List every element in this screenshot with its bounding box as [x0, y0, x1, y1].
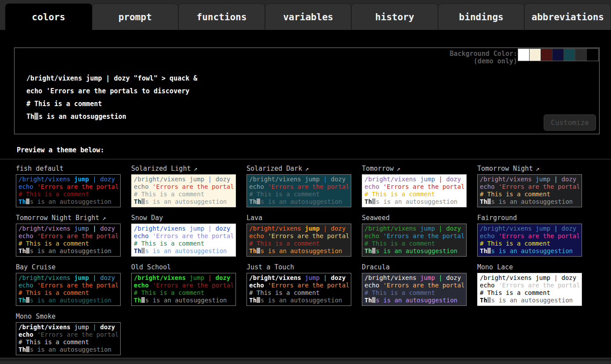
code-line: # This is a comment	[480, 191, 579, 198]
code-segment-error: 'Errors are the portals to discovery	[383, 232, 464, 239]
external-link-icon[interactable]: ↗	[535, 165, 539, 173]
bg-swatch-3[interactable]	[552, 49, 564, 61]
code-line: Ths is an autosuggestion	[18, 297, 118, 304]
bg-swatch-4[interactable]	[564, 49, 575, 61]
code-segment-jump: jump	[189, 225, 208, 232]
code-line: echo 'Errors are the portals to discover…	[364, 183, 464, 191]
code-segment-jump: jump	[420, 225, 438, 232]
bg-swatch-6[interactable]	[587, 49, 598, 61]
code-segment-pipe: |	[324, 176, 331, 183]
code-segment-jump: jump	[535, 225, 554, 232]
terminal-preview-panel: Background Color: (demo only) /bright/vi…	[14, 48, 600, 134]
customize-button[interactable]: Customize	[544, 114, 596, 131]
theme-title: Bay Cruise	[16, 263, 121, 271]
code-segment-sugg: s is an autosuggestion	[30, 297, 111, 304]
code-line: # This is a comment	[18, 191, 118, 198]
theme-cell: Dracula/bright/vixens jump | dozy "fowl"…	[362, 263, 467, 306]
code-segment-typed: Th	[480, 247, 487, 254]
tab-history[interactable]: history	[351, 4, 438, 30]
code-segment-error: 'Errors are the portals to discovery	[268, 232, 349, 239]
background-color-label: Background Color: (demo only)	[449, 50, 517, 65]
code-line: # This is a comment	[364, 289, 464, 297]
theme-title: Old School	[131, 263, 236, 271]
code-line: /bright/vixens jump | dozy "fowl" > quac…	[364, 176, 464, 183]
external-link-icon[interactable]: ↗	[193, 165, 197, 173]
code-line: /bright/vixens jump | dozy "fowl" > quac…	[18, 274, 118, 282]
theme-card-mono-lace[interactable]: /bright/vixens jump | dozy "fowl" > quac…	[477, 273, 582, 306]
tab-bar: colorspromptfunctionsvariableshistorybin…	[0, 0, 611, 30]
bg-swatch-0[interactable]	[518, 49, 530, 61]
code-segment-echo: echo	[249, 183, 268, 190]
code-segment-comment: # This is a comment	[18, 289, 89, 296]
external-link-icon[interactable]: ↗	[102, 214, 106, 222]
cursor-block	[487, 297, 491, 303]
theme-card-snow-day[interactable]: /bright/vixens jump | dozy "fowl" > quac…	[131, 224, 236, 257]
tab-variables[interactable]: variables	[265, 4, 352, 30]
code-line: # This is a comment	[134, 289, 233, 297]
code-segment-path: /bright/vixens	[18, 324, 74, 331]
external-link-icon[interactable]: ↗	[396, 165, 400, 173]
bg-swatch-1[interactable]	[530, 49, 541, 61]
code-segment-sugg: s is an autosuggestion	[376, 198, 457, 205]
theme-card-seaweed[interactable]: /bright/vixens jump | dozy "fowl" > quac…	[362, 224, 467, 257]
theme-cell: Tomorrow Night Bright↗/bright/vixens jum…	[16, 214, 121, 257]
theme-title: Tomorrow Night↗	[477, 165, 582, 173]
code-line: # This is a comment	[134, 191, 233, 198]
theme-card-tomorrow[interactable]: /bright/vixens jump | dozy "fowl" > quac…	[362, 174, 467, 207]
tab-abbreviations[interactable]: abbreviations	[524, 4, 611, 30]
theme-title: Snow Day	[131, 214, 236, 222]
code-segment-pipe: |	[439, 225, 446, 232]
theme-card-solarized-dark[interactable]: /bright/vixens jump | dozy "fowl" > quac…	[247, 174, 351, 207]
code-segment-error: 'Errors are the portals to discovery	[498, 282, 579, 289]
sample-line: # This is a comment	[26, 98, 197, 110]
theme-title: Mono Smoke	[16, 313, 121, 320]
cursor-block	[141, 248, 145, 254]
cursor-block	[257, 248, 260, 254]
tab-colors[interactable]: colors	[5, 4, 92, 30]
tab-bindings[interactable]: bindings	[438, 4, 525, 30]
code-segment-error: 'Errors are the portals to discovery	[37, 232, 118, 239]
theme-card-solarized-light[interactable]: /bright/vixens jump | dozy "fowl" > quac…	[131, 174, 236, 207]
code-line: # This is a comment	[18, 289, 118, 297]
code-segment-jump: jump	[74, 324, 92, 331]
code-segment-echo: echo	[134, 232, 152, 239]
theme-card-old-school[interactable]: /bright/vixens jump | dozy "fowl" > quac…	[131, 273, 236, 306]
theme-card-dracula[interactable]: /bright/vixens jump | dozy "fowl" > quac…	[362, 273, 467, 306]
code-line: /bright/vixens jump | dozy "fowl" > quac…	[480, 176, 579, 183]
theme-card-fairground[interactable]: /bright/vixens jump | dozy "fowl" > quac…	[477, 224, 582, 257]
code-segment-path: /bright/vixens	[134, 274, 189, 281]
code-segment-pipe: |	[554, 176, 562, 183]
theme-card-tomorrow-night-bright[interactable]: /bright/vixens jump | dozy "fowl" > quac…	[16, 224, 121, 257]
theme-card-tomorrow-night[interactable]: /bright/vixens jump | dozy "fowl" > quac…	[477, 174, 582, 207]
code-segment-dozy: dozy	[100, 324, 118, 331]
bg-swatch-2[interactable]	[541, 49, 552, 61]
code-segment-sugg: s is an autosuggestion	[376, 247, 457, 254]
bg-swatch-5[interactable]	[575, 49, 587, 61]
code-segment-sugg: s is an autosuggestion	[145, 297, 227, 304]
theme-card-bay-cruise[interactable]: /bright/vixens jump | dozy "fowl" > quac…	[16, 273, 121, 306]
theme-card-just-a-touch[interactable]: /bright/vixens jump | dozy "fowl" > quac…	[247, 273, 351, 306]
sample-line: /bright/vixens jump | dozy "fowl" > quac…	[26, 72, 197, 85]
sample-line: echo 'Errors are the portals to discover…	[26, 85, 197, 98]
theme-card-mono-smoke[interactable]: /bright/vixens jump | dozy "fowl" > quac…	[16, 322, 121, 355]
theme-title: Dracula	[362, 263, 467, 271]
code-segment-typed: Th	[18, 247, 26, 254]
theme-card-fish-default[interactable]: /bright/vixens jump | dozy "fowl" > quac…	[16, 174, 121, 207]
code-line: # This is a comment	[480, 289, 579, 297]
theme-card-lava[interactable]: /bright/vixens jump | dozy "fowl" > quac…	[247, 224, 351, 257]
theme-cell: Lava/bright/vixens jump | dozy "fowl" > …	[247, 214, 351, 257]
code-segment-pipe: |	[208, 225, 216, 232]
theme-title: Fairground	[477, 214, 582, 222]
tab-functions[interactable]: functions	[178, 4, 265, 30]
code-line: /bright/vixens jump | dozy "fowl" > quac…	[249, 225, 349, 232]
themes-section: fish default/bright/vixens jump | dozy "…	[0, 159, 611, 355]
code-segment-error: 'Errors are the portals to discovery	[152, 232, 233, 239]
tab-prompt[interactable]: prompt	[92, 4, 179, 30]
external-link-icon[interactable]: ↗	[305, 165, 309, 173]
code-segment-path: /bright/vixens	[18, 274, 74, 281]
code-segment-error: 'Errors are the portals to discovery	[383, 183, 464, 190]
code-segment-sugg: s is an autosuggestion	[30, 247, 111, 254]
code-segment-error: 'Errors are the portals to discovery	[37, 331, 118, 338]
code-line: Ths is an autosuggestion	[134, 247, 233, 255]
code-segment-error: 'Errors are the portals to discovery	[152, 183, 233, 190]
